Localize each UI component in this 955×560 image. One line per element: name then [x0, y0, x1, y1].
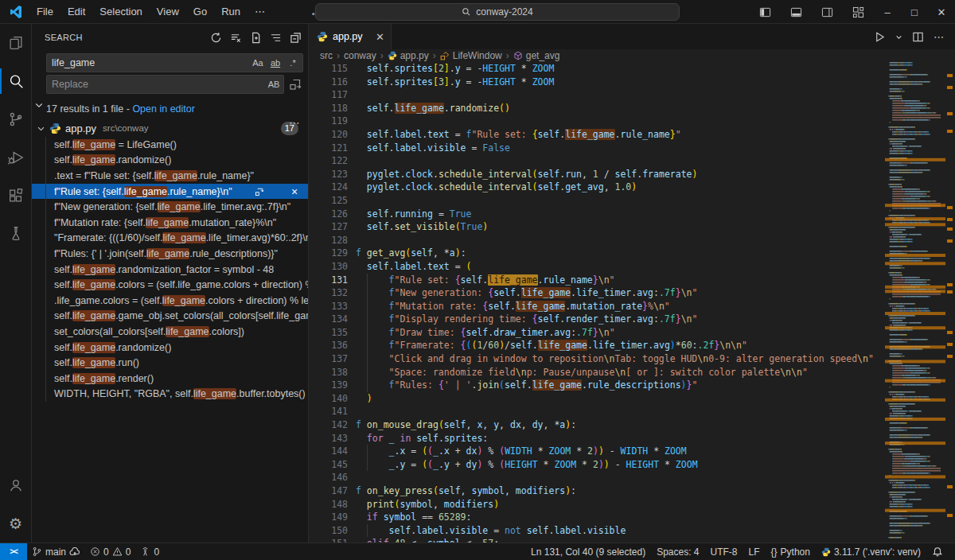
code-line[interactable]: 132 f"New generation: {self.life_game.li… [309, 286, 885, 300]
search-result-row[interactable]: f"Rule set: {self.life_game.rule_name}\n… [32, 184, 308, 200]
open-in-editor-link[interactable]: Open in editor [132, 103, 195, 115]
code-line[interactable]: 129f get_avg(self, *a): [309, 247, 885, 260]
code-line[interactable]: 125 [309, 194, 885, 208]
menu-file[interactable]: File [30, 3, 60, 20]
explorer-icon[interactable] [0, 24, 31, 62]
code-line[interactable]: 131 f"Rule set: {self.life_game.rule_nam… [309, 274, 885, 287]
replace-all-icon[interactable] [286, 75, 305, 94]
more-actions-icon[interactable]: ⋯ [930, 31, 947, 43]
search-result-row[interactable]: f"Mutation rate: {self.life_game.mutatio… [32, 215, 308, 231]
toggle-replace-chevron-icon[interactable] [34, 100, 44, 110]
code-line[interactable]: 140 ) [309, 392, 885, 406]
source-control-icon[interactable] [0, 100, 31, 138]
extensions-icon[interactable] [0, 177, 31, 215]
code-line[interactable]: 146 [309, 471, 885, 484]
search-result-row[interactable]: self.life_game.randomization_factor = sy… [32, 262, 308, 278]
minimap[interactable] [885, 62, 945, 542]
command-center[interactable]: conway-2024 [315, 3, 680, 21]
code-line[interactable]: 141 [309, 405, 885, 418]
close-button[interactable]: ✕ [928, 0, 955, 24]
search-result-row[interactable]: f"New generation: {self.life_game.life_t… [32, 199, 308, 215]
collapse-all-icon[interactable] [290, 32, 302, 44]
code-line[interactable]: 137 "Click and drag in window to reposit… [309, 352, 885, 366]
search-result-row[interactable]: self.life_game = LifeGame() [32, 137, 308, 153]
menu-run[interactable]: Run [215, 3, 247, 20]
code-line[interactable]: 151 elif 48 <= symbol <= 57: [309, 537, 885, 542]
code-line[interactable]: 148 print(symbol, modifiers) [309, 498, 885, 511]
match-case-icon[interactable]: Aa [250, 55, 266, 71]
indentation-item[interactable]: Spaces: 4 [651, 543, 704, 560]
overview-ruler[interactable] [945, 62, 955, 542]
run-dropdown-chevron-icon[interactable] [892, 33, 906, 41]
code-line[interactable]: 144 _.x = ((_.x + dx) % (WIDTH * ZOOM * … [309, 445, 885, 458]
search-result-row[interactable]: WIDTH, HEIGHT, "RGBA", self.life_game.bu… [32, 387, 308, 402]
eol-item[interactable]: LF [743, 543, 766, 560]
search-result-row[interactable]: self.life_game.colors = (self.life_game.… [32, 277, 308, 293]
regex-icon[interactable]: .* [285, 55, 301, 71]
clear-search-results-icon[interactable] [230, 32, 242, 44]
toggle-panel-icon[interactable] [781, 0, 812, 24]
breadcrumb-lifewindow[interactable]: LifeWindow [440, 50, 502, 61]
search-result-row[interactable]: f"Rules: {' | '.join(self.life_game.rule… [32, 246, 308, 262]
breadcrumb-get-avg[interactable]: get_avg [513, 50, 560, 61]
toggle-secondary-sidebar-icon[interactable] [812, 0, 843, 24]
view-as-tree-icon[interactable] [270, 32, 282, 44]
replace-match-icon[interactable] [252, 187, 267, 196]
code-line[interactable]: 135 f"Draw time: {self.draw_timer.avg:.7… [309, 326, 885, 340]
search-result-row[interactable]: set_colors(all_colors[self.life_game.col… [32, 324, 308, 340]
code-area[interactable]: 115 self.sprites[2].y = -HEIGHT * ZOOM11… [309, 62, 885, 542]
breadcrumb-conway[interactable]: conway [344, 50, 376, 61]
code-line[interactable]: 139 f"Rules: {' | '.join(self.life_game.… [309, 379, 885, 392]
menu-go[interactable]: Go [187, 3, 213, 20]
code-line[interactable]: 124 pyglet.clock.schedule_interval(self.… [309, 181, 885, 194]
minimize-button[interactable]: – [874, 0, 901, 24]
toggle-search-details-icon[interactable]: ⋯ [289, 116, 300, 129]
code-line[interactable]: 122 [309, 154, 885, 168]
code-line[interactable]: 143 for _ in self.sprites: [309, 432, 885, 445]
whole-word-icon[interactable]: ab [267, 55, 283, 71]
customize-layout-icon[interactable] [843, 0, 874, 24]
code-line[interactable]: 127 self.set_visible(True) [309, 220, 885, 234]
tab-app-py[interactable]: app.py ✕ [309, 24, 392, 49]
replace-input[interactable] [47, 79, 266, 90]
toggle-primary-sidebar-icon[interactable] [750, 0, 781, 24]
code-line[interactable]: 119 [309, 115, 885, 128]
open-new-search-editor-icon[interactable] [250, 32, 262, 44]
preserve-case-icon[interactable]: AB [266, 76, 282, 92]
menu-view[interactable]: View [150, 3, 185, 20]
code-line[interactable]: 120 self.label.text = f"Rule set: {self.… [309, 128, 885, 142]
menu-edit[interactable]: Edit [61, 3, 92, 20]
code-line[interactable]: 123 pyglet.clock.schedule_interval(self.… [309, 168, 885, 181]
menu-more[interactable]: ⋯ [248, 3, 271, 20]
search-view-icon[interactable] [0, 62, 31, 100]
search-input[interactable] [47, 57, 250, 68]
code-line[interactable]: 121 self.label.visible = False [309, 142, 885, 155]
testing-icon[interactable] [0, 215, 31, 253]
breadcrumb-src[interactable]: src [320, 50, 333, 61]
code-line[interactable]: 128 [309, 234, 885, 247]
accounts-icon[interactable] [0, 466, 31, 504]
run-and-debug-icon[interactable] [0, 138, 31, 177]
encoding-item[interactable]: UTF-8 [705, 543, 743, 560]
search-result-row[interactable]: self.life_game.render() [32, 371, 308, 387]
cursor-position-item[interactable]: Ln 131, Col 40 (9 selected) [525, 543, 651, 560]
code-line[interactable]: 133 f"Mutation rate: {self.life_game.mut… [309, 300, 885, 313]
search-result-row[interactable]: self.life_game.run() [32, 355, 308, 371]
split-editor-icon[interactable] [909, 31, 927, 43]
code-line[interactable]: 116 self.sprites[3].y = -HEIGHT * ZOOM [309, 76, 885, 89]
run-python-file-icon[interactable] [871, 31, 889, 43]
search-result-row[interactable]: self.life_game.game_obj.set_colors(all_c… [32, 309, 308, 325]
code-line[interactable]: 149 if symbol == 65289: [309, 511, 885, 524]
result-file-row[interactable]: app.py src\conway 17 [32, 119, 308, 137]
code-line[interactable]: 115 self.sprites[2].y = -HEIGHT * ZOOM [309, 62, 885, 76]
code-line[interactable]: 134 f"Display rendering time: {self.rend… [309, 313, 885, 326]
ports-item[interactable]: 0 [135, 543, 164, 560]
remote-indicator[interactable]: >< [0, 543, 27, 560]
python-interpreter-item[interactable]: 3.11.7 ('.venv': venv) [816, 543, 926, 560]
branch-item[interactable]: main [27, 543, 85, 560]
code-line[interactable]: 150 self.label.visible = not self.label.… [309, 524, 885, 538]
code-line[interactable]: 118 self.life_game.randomize() [309, 102, 885, 115]
code-line[interactable]: 147f on_key_press(self, symbol, modifier… [309, 484, 885, 498]
problems-item[interactable]: 0 0 [85, 543, 135, 560]
code-line[interactable]: 117 [309, 88, 885, 102]
